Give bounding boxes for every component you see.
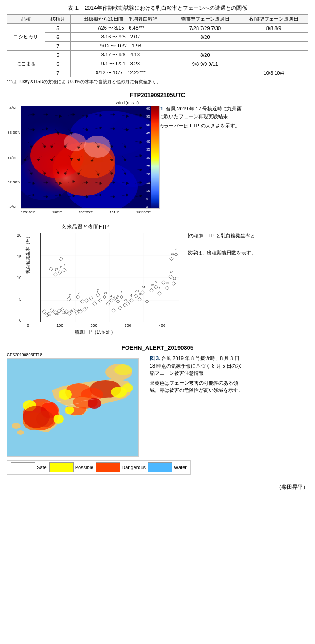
svg-marker-26	[113, 113, 115, 116]
svg-marker-138	[59, 194, 62, 196]
svg-text:13: 13	[173, 277, 176, 280]
foehn-map	[7, 358, 139, 457]
svg-line-57	[52, 142, 55, 146]
col-night-foehn: 夜間型フェーン遭遇日	[239, 15, 308, 24]
variety-nicomaru: にこまる	[7, 51, 45, 77]
svg-rect-204	[54, 273, 57, 276]
svg-line-99	[65, 169, 68, 173]
legend-water-label: Water	[174, 465, 187, 470]
svg-text:17: 17	[55, 268, 58, 271]
svg-marker-108	[124, 173, 126, 175]
svg-marker-140	[73, 195, 75, 197]
svg-line-103	[95, 170, 98, 174]
svg-text:17: 17	[170, 270, 173, 273]
svg-marker-136	[46, 195, 48, 198]
svg-rect-179	[93, 302, 97, 305]
scatter-content: 玄米品質と夜間FTP 乳白粒発生率（%） 20 15 10 5 0	[7, 223, 308, 335]
svg-marker-62	[77, 147, 80, 149]
svg-line-145	[109, 196, 113, 197]
svg-point-255	[59, 389, 72, 400]
svg-point-247	[53, 415, 64, 424]
legend-possible-color	[49, 462, 74, 472]
svg-marker-130	[140, 181, 142, 184]
svg-point-269	[12, 423, 21, 429]
svg-rect-178	[89, 297, 93, 300]
fig1-note: ※カラーバーは FTP の大きさを示す。	[154, 122, 244, 130]
svg-point-9	[71, 142, 115, 178]
svg-line-101	[79, 169, 82, 173]
svg-line-69	[135, 141, 140, 142]
svg-point-7	[53, 142, 115, 196]
svg-line-127	[122, 182, 126, 183]
svg-marker-16	[46, 113, 48, 116]
svg-marker-30	[140, 114, 142, 117]
map-outer: 34°N 33°30'N 33°N 32°30'N 32°N	[21, 106, 150, 214]
svg-marker-56	[43, 146, 46, 148]
svg-marker-106	[110, 173, 113, 175]
svg-line-45	[109, 128, 113, 129]
svg-rect-205	[58, 271, 62, 274]
svg-line-41	[82, 128, 86, 130]
svg-line-109	[135, 169, 140, 170]
svg-rect-210	[174, 253, 178, 256]
variety-koshihikari: コシヒカリ	[7, 24, 45, 51]
svg-line-137	[55, 195, 59, 196]
svg-marker-66	[110, 146, 113, 148]
svg-text:7: 7	[78, 292, 80, 295]
cell-month: 5	[45, 24, 70, 33]
svg-rect-202	[169, 275, 172, 279]
legend-dangerous-color	[96, 462, 120, 472]
svg-marker-78	[50, 159, 53, 161]
legend-safe-label: Safe	[37, 465, 47, 470]
svg-point-4	[66, 162, 138, 209]
svg-rect-189	[118, 306, 122, 310]
svg-marker-94	[30, 173, 33, 175]
svg-text:19: 19	[48, 314, 51, 317]
col-month: 移植月	[45, 15, 70, 24]
svg-rect-174	[67, 297, 71, 301]
svg-line-19	[68, 114, 73, 115]
legend-safe-color	[11, 462, 35, 472]
svg-marker-144	[100, 194, 102, 196]
col-day-foehn: 昼間型フェーン遭遇日	[171, 15, 239, 24]
svg-marker-114	[33, 182, 35, 185]
svg-text:24: 24	[142, 286, 145, 289]
svg-line-115	[42, 182, 46, 183]
svg-point-8	[30, 133, 84, 178]
svg-marker-74	[24, 159, 26, 161]
svg-rect-208	[59, 257, 63, 261]
svg-marker-86	[110, 159, 113, 161]
svg-marker-88	[124, 159, 126, 161]
foehn-title: FOEHN_ALERT_20190805	[7, 344, 308, 351]
svg-point-6	[21, 133, 102, 196]
svg-rect-207	[49, 267, 53, 271]
foehn-content: GFS20190803FT18	[7, 352, 308, 475]
fig1-text: 台風 2019 年 17 号接近時に九州西部に吹いたフェーン再現実験結果	[154, 106, 242, 119]
svg-marker-22	[86, 115, 88, 118]
ftp-content: Wind (m s-1) 34°N 33°30'N 33°N 32°30'N 3…	[7, 101, 308, 214]
svg-point-1	[21, 115, 84, 169]
svg-marker-110	[140, 169, 142, 171]
svg-marker-90	[140, 154, 142, 157]
foehn-svg	[7, 359, 139, 457]
svg-point-261	[114, 364, 132, 375]
fig3-num: 図 3.	[150, 356, 160, 361]
table-row: 6 9/1 〜 9/21 3.28 9/8 9/9 9/11	[7, 59, 308, 68]
fig3-caption: 図 3. 台風 2019 年 8 号接近時、8 月 3 日 18 時点の気象予報…	[150, 352, 244, 394]
svg-point-5	[21, 156, 71, 200]
svg-line-77	[52, 156, 55, 159]
svg-line-23	[95, 114, 100, 115]
svg-rect-194	[138, 297, 141, 301]
svg-marker-50	[140, 127, 142, 129]
svg-text:1: 1	[159, 287, 160, 290]
svg-marker-64	[97, 146, 100, 148]
svg-line-39	[68, 129, 71, 132]
svg-marker-20	[73, 113, 75, 116]
svg-line-97	[55, 168, 58, 172]
svg-rect-203	[172, 282, 176, 285]
legend-dangerous-label: Dangerous	[122, 465, 146, 470]
svg-text:17: 17	[84, 306, 88, 309]
col-variety: 品種	[7, 15, 45, 24]
svg-marker-70	[140, 141, 142, 144]
svg-line-83	[92, 157, 95, 160]
